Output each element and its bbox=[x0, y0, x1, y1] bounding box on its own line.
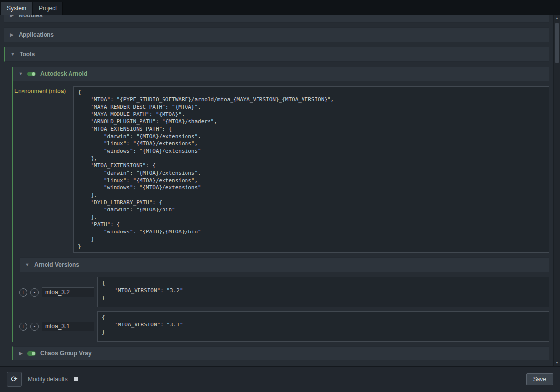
version-item: + - { "MTOA_VERSION": "3.2" } bbox=[19, 277, 549, 307]
section-title-applications: Applications bbox=[19, 31, 54, 38]
vertical-scrollbar[interactable]: ▲ ▼ bbox=[553, 15, 560, 366]
arnold-group-header[interactable]: ▼ Autodesk Arnold bbox=[13, 67, 549, 81]
remove-version-button[interactable]: - bbox=[30, 288, 39, 297]
settings-window: System Project ▶ Modules ▶ Applications … bbox=[0, 0, 560, 392]
modify-defaults-label: Modify defaults bbox=[28, 376, 68, 383]
arnold-enabled-toggle-icon[interactable] bbox=[27, 72, 36, 76]
scrollbar-thumb[interactable] bbox=[555, 23, 559, 63]
arnold-versions-header[interactable]: ▼ Arnold Versions bbox=[20, 257, 549, 272]
version-json-editor[interactable]: { "MTOA_VERSION": "3.1" } bbox=[97, 311, 549, 342]
remove-version-button[interactable]: - bbox=[30, 323, 39, 331]
add-version-button[interactable]: + bbox=[19, 323, 27, 331]
modify-defaults-checkbox[interactable] bbox=[74, 377, 78, 381]
environment-row: Environment (mtoa) { "MTOA": "{PYPE_STUD… bbox=[13, 86, 549, 253]
version-json-editor[interactable]: { "MTOA_VERSION": "3.2" } bbox=[97, 277, 549, 307]
section-title-modules: Modules bbox=[19, 15, 43, 19]
tab-bar: System Project bbox=[0, 0, 560, 15]
arnold-versions-title: Arnold Versions bbox=[34, 261, 79, 268]
scrollbar-track[interactable] bbox=[554, 22, 560, 359]
tab-project[interactable]: Project bbox=[33, 2, 63, 15]
arnold-group: ▼ Autodesk Arnold Environment (mtoa) { "… bbox=[12, 67, 549, 342]
chevron-down-icon: ▼ bbox=[10, 52, 15, 57]
refresh-icon: ⟳ bbox=[11, 375, 17, 383]
environment-json-editor[interactable]: { "MTOA": "{PYPE_STUDIO_SOFTWARE}/arnold… bbox=[73, 86, 549, 253]
footer-bar: ⟳ Modify defaults Save bbox=[0, 366, 560, 392]
section-title-tools: Tools bbox=[20, 51, 35, 58]
save-button[interactable]: Save bbox=[526, 373, 553, 385]
vray-group-header[interactable]: ▶ Chaos Group Vray bbox=[12, 346, 549, 360]
section-header-tools[interactable]: ▼ Tools bbox=[4, 47, 549, 62]
settings-content: ▶ Modules ▶ Applications ▼ Tools ▼ bbox=[0, 15, 553, 366]
version-item: + - { "MTOA_VERSION": "3.1" } bbox=[19, 311, 549, 342]
environment-label: Environment (mtoa) bbox=[13, 86, 73, 94]
chevron-right-icon: ▶ bbox=[9, 32, 14, 37]
add-version-button[interactable]: + bbox=[19, 288, 27, 297]
refresh-button[interactable]: ⟳ bbox=[7, 372, 22, 387]
chevron-right-icon: ▶ bbox=[18, 351, 23, 356]
version-key-input[interactable] bbox=[42, 287, 94, 297]
scroll-down-icon[interactable]: ▼ bbox=[554, 359, 560, 366]
tab-system[interactable]: System bbox=[1, 2, 32, 15]
tools-body: ▼ Autodesk Arnold Environment (mtoa) { "… bbox=[4, 67, 549, 360]
chevron-down-icon: ▼ bbox=[18, 71, 23, 76]
main-area: ▶ Modules ▶ Applications ▼ Tools ▼ bbox=[0, 15, 560, 366]
scroll-up-icon[interactable]: ▲ bbox=[554, 15, 560, 22]
section-header-applications[interactable]: ▶ Applications bbox=[4, 27, 549, 42]
section-header-modules[interactable]: ▶ Modules bbox=[4, 15, 549, 23]
version-key-input[interactable] bbox=[42, 322, 94, 331]
vray-enabled-toggle-icon[interactable] bbox=[27, 351, 36, 356]
vray-group-title: Chaos Group Vray bbox=[40, 350, 92, 357]
chevron-right-icon: ▶ bbox=[9, 15, 14, 18]
chevron-down-icon: ▼ bbox=[25, 262, 30, 267]
arnold-group-title: Autodesk Arnold bbox=[40, 70, 87, 77]
